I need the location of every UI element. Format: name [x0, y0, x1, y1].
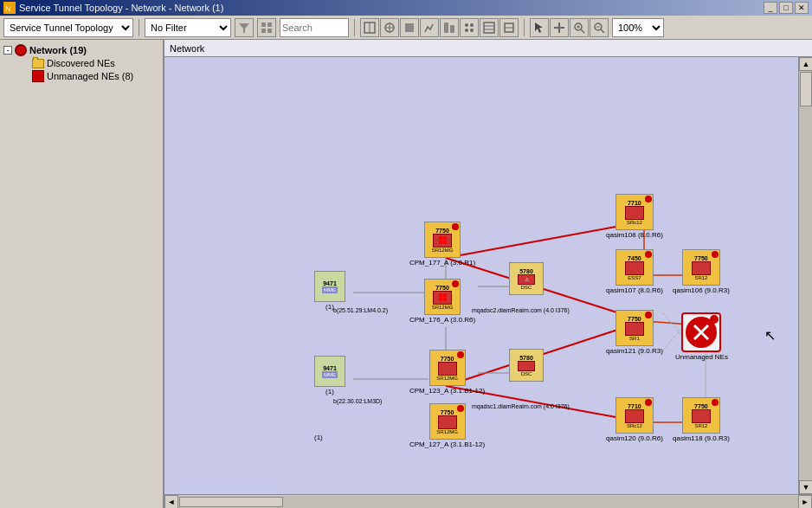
discovered-nes-item[interactable]: Discovered NEs — [3, 57, 159, 69]
status-red — [712, 251, 719, 258]
view-btn-6[interactable] — [460, 18, 479, 37]
scroll-down-button[interactable]: ▼ — [799, 480, 812, 494]
node-7710-src12-2[interactable]: 7710 SRc12 qasim120 (9.0.R6) — [606, 397, 663, 442]
window-title: Service Tunnel Topology - Network - Netw… — [19, 3, 764, 13]
qasim118-label: qasim118 (9.0.R3) — [673, 434, 730, 442]
svg-rect-4 — [267, 23, 272, 27]
zoom-select[interactable]: 100% — [612, 18, 664, 37]
minimize-button[interactable]: _ — [764, 2, 777, 14]
sep2 — [354, 19, 355, 36]
filter-button[interactable] — [235, 18, 254, 37]
unmanaged-nes-item[interactable]: Unmanaged NEs (8) — [3, 69, 159, 83]
status-red — [452, 280, 459, 287]
node-label: CPM_177_A (3.0.R1) — [409, 259, 475, 267]
discovered-nes-label: Discovered NEs — [47, 58, 115, 68]
toolbar: Service Tunnel Topology No Filter 100% — [0, 16, 812, 40]
qasim107-label: qasim107 (8.0.R6) — [606, 286, 663, 294]
view-btn-2[interactable] — [380, 18, 399, 37]
svg-rect-5 — [261, 29, 266, 33]
status-red — [645, 251, 652, 258]
view-btn-1[interactable] — [360, 18, 379, 37]
topology-select[interactable]: Service Tunnel Topology — [3, 18, 133, 37]
folder-icon-unmanaged — [32, 70, 44, 82]
node-label-2: CPM_176_A (3.0.R6) — [409, 316, 475, 324]
svg-rect-6 — [267, 29, 272, 33]
svg-rect-19 — [484, 23, 494, 33]
view-btn-4[interactable] — [420, 18, 439, 37]
svg-rect-14 — [450, 25, 454, 33]
status-red — [645, 312, 652, 318]
close-button[interactable]: ✕ — [795, 2, 809, 14]
node-label-lower2: CPM_127_A (3.1.B1-12) — [409, 440, 485, 448]
sep3 — [524, 19, 525, 36]
node-9471-mme-1[interactable]: 9471 MME (1) — [314, 271, 345, 311]
label-3: b(22.30.02:LM3D) — [333, 398, 382, 404]
node-5780-dsc-1[interactable]: 5780 ⚠ DSC — [509, 262, 544, 295]
scroll-thumb-bottom[interactable] — [179, 497, 283, 507]
status-red — [712, 399, 719, 406]
canvas-area[interactable]: 7750 SR12MG CPM_177_A (3.0.R1) — [164, 57, 798, 494]
cursor-tool[interactable] — [530, 18, 549, 37]
tool-buttons — [530, 18, 609, 37]
scroll-track-right[interactable] — [799, 71, 812, 480]
label-lower-1: (1) — [314, 434, 323, 441]
left-panel: - Network (19) Discovered NEs Unmanaged … — [0, 40, 164, 508]
bottom-scrollbar[interactable]: ◄ ► — [164, 494, 812, 508]
svg-point-15 — [465, 23, 468, 27]
status-red — [645, 399, 652, 406]
search-input[interactable] — [280, 18, 349, 37]
view-btn-8[interactable] — [499, 18, 519, 37]
scroll-thumb-right[interactable] — [800, 72, 812, 106]
restore-button[interactable]: □ — [779, 2, 793, 14]
tree-spacer — [21, 59, 29, 68]
scroll-left-button[interactable]: ◄ — [164, 495, 178, 509]
node-5780-dsc-2[interactable]: 5780 DSC — [509, 349, 544, 382]
scroll-track-bottom[interactable] — [178, 496, 798, 508]
svg-point-16 — [470, 23, 474, 27]
node-7750-sr12-1[interactable]: 7750 SR12MG CPM_177_A (3.0.R1) — [409, 222, 475, 267]
pan-tool[interactable] — [550, 18, 569, 37]
unmanaged-label: Unmanaged NEs — [675, 353, 728, 361]
tree-root[interactable]: - Network (19) — [3, 43, 159, 57]
window-controls[interactable]: _ □ ✕ — [764, 2, 809, 14]
canvas-wrapper: 7750 SR12MG CPM_177_A (3.0.R1) — [164, 57, 812, 494]
view-buttons — [360, 18, 519, 37]
svg-line-31 — [601, 29, 604, 33]
node-label: (1) — [325, 388, 334, 395]
network-icon — [15, 44, 27, 56]
label-1: b(25.51.29:LM4.0.2) — [333, 307, 388, 313]
svg-text:N: N — [5, 4, 11, 13]
view-btn-7[interactable] — [480, 18, 499, 37]
status-red — [452, 223, 459, 230]
view-btn-5[interactable] — [440, 18, 459, 37]
node-7750-sr12-lower-right[interactable]: 7750 SR12 qasim118 (9.0.R3) — [673, 397, 730, 442]
filter-select[interactable]: No Filter — [145, 18, 231, 37]
node-unmanaged[interactable]: Unmanaged NEs — [675, 312, 728, 361]
label-2: mqadsc2.diamRealm.com (4.0 I376) — [472, 307, 570, 313]
svg-point-17 — [465, 29, 468, 32]
svg-marker-2 — [239, 23, 249, 33]
status-red — [457, 405, 464, 412]
network-label: Network (19) — [29, 45, 87, 55]
node-7750-sr12-right[interactable]: 7750 SR12 qasim106 (9.0.R3) — [673, 249, 730, 294]
node-7450-ess7[interactable]: 7450 ESS7 qasim107 (8.0.R6) — [606, 249, 663, 294]
view-btn-3[interactable] — [400, 18, 419, 37]
options-button[interactable] — [257, 18, 276, 37]
svg-rect-12 — [405, 23, 414, 32]
tree-expand-root[interactable]: - — [3, 46, 12, 55]
node-7750-sr1[interactable]: 7750 SR1 qasim121 (9.0.R3) — [606, 310, 663, 355]
qasim106-label: qasim106 (9.0.R3) — [673, 286, 730, 294]
folder-icon-discovered — [32, 59, 44, 68]
scroll-right-button[interactable]: ► — [798, 495, 812, 509]
node-9471-mme-2[interactable]: 9471 MME (1) — [314, 356, 345, 395]
node-7750-sr12mg-2[interactable]: 7750 SR12MG CPM_176_A (3.0.R6) — [409, 279, 475, 324]
label-4: mqadsc1.diamRealm.com (4.0 I376) — [472, 403, 570, 409]
svg-marker-24 — [535, 23, 543, 33]
zoom-in-tool[interactable] — [570, 18, 589, 37]
qasim108-label: qasim108 (8.0.R6) — [606, 231, 663, 239]
right-scrollbar[interactable]: ▲ ▼ — [798, 57, 812, 494]
scroll-up-button[interactable]: ▲ — [799, 57, 812, 71]
zoom-out-tool[interactable] — [590, 18, 609, 37]
node-7710-src12-1[interactable]: 7710 SRc12 qasim108 (8.0.R6) — [606, 194, 663, 239]
svg-point-18 — [470, 29, 474, 32]
